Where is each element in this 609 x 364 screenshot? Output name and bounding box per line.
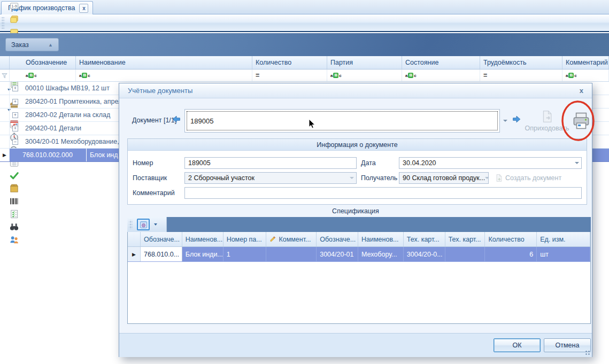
column-header-3[interactable]: Количество <box>252 56 327 69</box>
toolbar-numbering-forward-button[interactable]: 1-9 <box>7 1 20 14</box>
filter-cell-4[interactable]: aBc <box>327 69 402 81</box>
column-header-1[interactable]: Обозначение <box>10 56 76 69</box>
expand-plus-icon[interactable]: + <box>12 112 18 118</box>
spec-cell-3[interactable]: 1 <box>223 247 267 261</box>
barcode-icon <box>9 196 19 208</box>
spec-cell-7[interactable]: 3004/20-0... <box>404 247 445 261</box>
toolbar-grip-handle[interactable] <box>1 17 5 29</box>
spec-column-header-9[interactable]: Количество <box>485 232 537 246</box>
spec-settings-dropdown-icon[interactable] <box>154 223 157 226</box>
spec-cell-4[interactable] <box>266 247 317 261</box>
filter-cell-1[interactable]: aBc <box>10 69 76 81</box>
date-dropdown-icon[interactable] <box>575 162 579 164</box>
expand-minus-icon[interactable]: − <box>12 139 18 145</box>
spec-cell-2[interactable]: Блок инди... <box>182 247 223 261</box>
row-indicator-cell <box>0 135 10 148</box>
document-info-title: Информация о документе <box>128 139 587 151</box>
row-indicator-cell: ▶ <box>0 149 10 161</box>
row-indicator-cell <box>0 82 10 95</box>
filter-cell-5[interactable]: aBc <box>402 69 480 81</box>
expand-plus-icon[interactable]: + <box>12 86 18 91</box>
column-header-6[interactable]: Трудоёмкость <box>480 56 562 69</box>
order-row-label: 00010 Шкафы МВ19, 12 шт <box>25 84 110 92</box>
checklist-icon <box>9 209 19 221</box>
previous-document-icon[interactable] <box>172 114 181 124</box>
row-indicator-cell <box>0 95 10 108</box>
group-by-label: Заказ <box>11 41 29 49</box>
dialog-close-icon[interactable]: x <box>577 87 585 95</box>
column-header-2[interactable]: Наименование <box>76 56 252 69</box>
comment-field[interactable] <box>184 187 582 199</box>
print-document-button[interactable] <box>571 109 592 133</box>
create-document-label: Создать документ <box>505 174 561 182</box>
spec-column-header-5[interactable]: Обозначе... <box>317 232 358 246</box>
receiver-dropdown-icon[interactable] <box>485 177 489 179</box>
document-nav-label: Документ [1/1] <box>132 117 176 124</box>
spec-cell-6[interactable]: Мехобору... <box>358 247 404 261</box>
spec-settings-button[interactable] <box>137 219 150 230</box>
number-field[interactable]: 189005 <box>184 157 357 169</box>
main-table-header: ОбозначениеНаименованиеКоличествоПартияС… <box>0 56 609 69</box>
toolbar-users-button[interactable] <box>7 234 20 247</box>
toolbar-package-button[interactable] <box>7 183 20 196</box>
spec-cell-9[interactable]: 6 <box>485 247 537 261</box>
next-document-icon[interactable] <box>512 114 521 124</box>
spec-column-header-3[interactable]: Номер па... <box>223 232 267 246</box>
filter-cell-3[interactable]: = <box>252 69 327 81</box>
svg-text:1-9: 1-9 <box>11 4 17 8</box>
cancel-button[interactable]: Отмена <box>544 338 591 352</box>
printer-icon <box>572 112 590 130</box>
ok-button[interactable]: ОК <box>494 338 541 352</box>
spec-column-header-2[interactable]: Наименов... <box>182 232 223 246</box>
dialog-title-bar[interactable]: Учётные документы x <box>119 83 592 98</box>
supplier-value: 2 Сборочный участок <box>188 174 255 182</box>
expand-plus-icon[interactable]: + <box>12 99 18 105</box>
post-document-button[interactable]: Оприходовать <box>525 106 569 136</box>
spec-column-header-8[interactable]: Тех. карт... <box>445 232 485 246</box>
main-toolbar: X1-91-91-9 <box>0 14 609 32</box>
filter-cell-2[interactable]: aBc <box>76 69 252 81</box>
toolbar-folders-button[interactable] <box>7 14 20 27</box>
package-icon <box>9 183 19 195</box>
spec-cell-5[interactable]: 3004/20-01 <box>317 247 358 261</box>
tab-strip: График производства x <box>0 0 609 14</box>
receiver-combobox[interactable]: 90 Склад готовой продук... <box>399 172 489 184</box>
spec-grid-selected-row[interactable]: ▶768.010.0...Блок инди...13004/20-01Мехо… <box>128 247 590 262</box>
spec-cell-8[interactable] <box>445 247 485 261</box>
receiver-value: 90 Склад готовой продук... <box>403 174 485 182</box>
resize-grip[interactable] <box>585 350 590 355</box>
toolbar-confirm-button[interactable] <box>7 170 20 183</box>
spec-column-header-6[interactable]: Наименов... <box>358 232 404 246</box>
group-by-order-button[interactable]: Заказ ▲ <box>5 38 59 51</box>
post-document-label: Оприходовать <box>525 125 569 132</box>
column-header-5[interactable]: Состояние <box>402 56 480 69</box>
document-dropdown-icon[interactable] <box>503 120 507 122</box>
spec-cell-1[interactable]: 768.010.0... <box>141 247 182 261</box>
date-field[interactable]: 30.04.2020 <box>399 157 582 169</box>
column-header-4[interactable]: Партия <box>327 56 402 69</box>
spec-cell-10[interactable]: шт <box>537 247 590 261</box>
document-number-input[interactable]: 189005 <box>184 109 500 133</box>
number-label: Номер <box>133 157 153 169</box>
tab-close-icon[interactable]: x <box>79 4 88 13</box>
toolbar-barcode-button[interactable] <box>7 196 20 208</box>
spec-column-header-10[interactable]: Ед. изм. <box>537 232 590 246</box>
toolbar-find-button[interactable] <box>7 221 20 234</box>
users-icon <box>9 235 19 246</box>
toolbar-checklist-button[interactable] <box>7 208 20 221</box>
current-row-arrow-icon: ▶ <box>3 152 6 158</box>
column-header-7[interactable]: Комментарий <box>562 56 609 69</box>
spec-column-header-1[interactable]: Обозначе... <box>141 232 182 246</box>
spec-toolbar-grip-handle[interactable] <box>129 220 133 229</box>
filter-cell-7[interactable]: aBc <box>562 69 609 81</box>
expand-plus-icon[interactable]: + <box>12 126 18 131</box>
sort-ascending-icon: ▲ <box>48 42 53 48</box>
spec-column-header-7[interactable]: Тех. карт... <box>404 232 445 246</box>
supplier-combobox[interactable]: 2 Сборочный участок <box>184 172 357 184</box>
row-indicator-cell <box>0 122 10 135</box>
filter-funnel-icon[interactable] <box>0 69 10 81</box>
filter-cell-6[interactable]: = <box>480 69 562 81</box>
spec-column-header-4[interactable]: Коммент... <box>266 232 317 246</box>
create-document-button[interactable]: Создать документ <box>491 172 573 184</box>
supplier-dropdown-icon[interactable] <box>350 177 354 179</box>
